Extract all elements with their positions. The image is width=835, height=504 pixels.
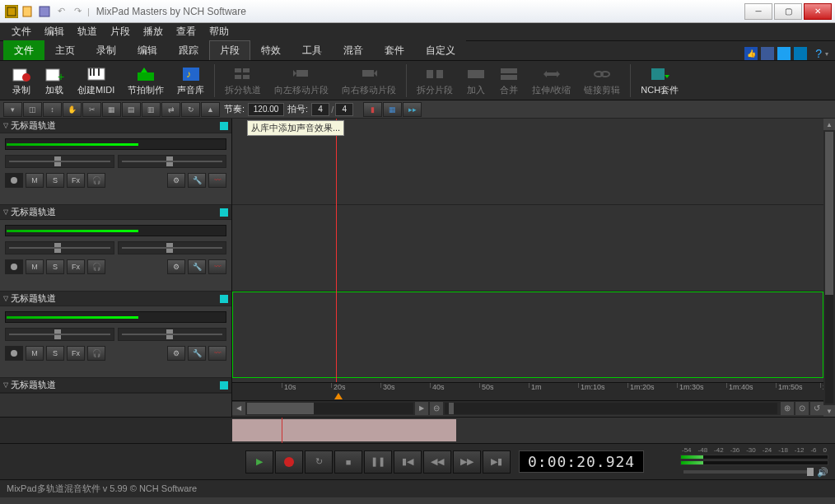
fx-button[interactable]: Fx bbox=[67, 259, 85, 274]
redo-icon[interactable]: ↷ bbox=[71, 5, 84, 18]
track-header[interactable]: ▽无标题轨道 bbox=[0, 378, 231, 393]
track-color-icon[interactable] bbox=[220, 208, 228, 217]
pan-slider[interactable] bbox=[118, 155, 227, 168]
ribbon-split-track[interactable]: 拆分轨道 bbox=[218, 62, 268, 100]
stop-button[interactable]: ■ bbox=[334, 450, 362, 474]
like-icon[interactable]: 👍 bbox=[744, 47, 758, 60]
speaker-icon[interactable]: 🔊 bbox=[817, 467, 828, 478]
scroll-down-icon[interactable]: ▼ bbox=[823, 405, 835, 417]
tab-home[interactable]: 主页 bbox=[44, 40, 86, 60]
ribbon-join[interactable]: 加入 bbox=[459, 62, 492, 100]
help-dropdown-icon[interactable]: ▾ bbox=[825, 50, 828, 58]
ribbon-load[interactable]: +加载 bbox=[38, 62, 71, 100]
solo-button[interactable]: S bbox=[46, 346, 64, 361]
monitor-button[interactable]: 🎧 bbox=[87, 259, 105, 274]
tab-suite[interactable]: 套件 bbox=[374, 40, 415, 60]
tab-clip[interactable]: 片段 bbox=[209, 40, 250, 60]
tool-snap[interactable]: ◫ bbox=[23, 102, 42, 117]
menu-play[interactable]: 播放 bbox=[137, 25, 170, 39]
pan-slider[interactable] bbox=[118, 241, 227, 254]
clip-lane-3[interactable] bbox=[232, 292, 823, 378]
menu-view[interactable]: 查看 bbox=[170, 25, 203, 39]
zoom-reset-icon[interactable]: ↺ bbox=[810, 402, 823, 415]
ribbon-soundlib[interactable]: ♪声音库 bbox=[170, 62, 211, 100]
tab-effects[interactable]: 特效 bbox=[250, 40, 292, 60]
playhead[interactable] bbox=[336, 119, 337, 382]
settings-button[interactable]: 🔧 bbox=[188, 346, 206, 361]
scroll-thumb[interactable] bbox=[247, 403, 314, 414]
tool-grid3[interactable]: ▥ bbox=[142, 102, 161, 117]
arm-button[interactable] bbox=[5, 173, 23, 188]
tab-custom[interactable]: 自定义 bbox=[415, 40, 466, 60]
clip-lane-2[interactable] bbox=[232, 205, 823, 292]
monitor-button[interactable]: 🎧 bbox=[87, 173, 105, 188]
automation-button[interactable]: ⚙ bbox=[167, 173, 185, 188]
ribbon-link[interactable]: 链接剪辑 bbox=[577, 62, 627, 100]
vertical-scroll[interactable]: ▲ ▼ bbox=[823, 119, 835, 417]
tool-cursor[interactable]: ↕ bbox=[43, 102, 62, 117]
menu-clip[interactable]: 片段 bbox=[104, 25, 137, 39]
menu-help[interactable]: 帮助 bbox=[203, 25, 236, 39]
maximize-button[interactable]: ▢ bbox=[774, 3, 802, 20]
time-ruler[interactable]: 10s 20s 30s 40s 50s 1m 1m:10s 1m:20s 1m:… bbox=[232, 382, 823, 400]
volume-slider[interactable] bbox=[5, 155, 114, 168]
rewind-button[interactable]: ◀◀ bbox=[423, 450, 451, 474]
ribbon-move-left[interactable]: 向左移动片段 bbox=[268, 62, 335, 100]
undo-icon[interactable]: ↶ bbox=[54, 5, 68, 18]
wave-button[interactable]: 〰 bbox=[208, 173, 226, 188]
zoom-out-icon[interactable]: ⊖ bbox=[430, 402, 443, 415]
new-icon[interactable] bbox=[21, 5, 35, 18]
scroll-right-icon[interactable]: ▶ bbox=[415, 402, 428, 415]
fx-button[interactable]: Fx bbox=[67, 346, 85, 361]
menu-edit[interactable]: 编辑 bbox=[38, 25, 71, 39]
forward-button[interactable]: ▶▶ bbox=[453, 450, 481, 474]
automation-button[interactable]: ⚙ bbox=[167, 259, 185, 274]
sig-den-input[interactable] bbox=[335, 103, 353, 116]
play-button[interactable]: ▶ bbox=[245, 450, 273, 474]
ribbon-split-clip[interactable]: 拆分片段 bbox=[410, 62, 459, 100]
collapse-icon[interactable]: ▽ bbox=[3, 381, 8, 389]
view-mode2[interactable]: ▸▸ bbox=[403, 102, 422, 117]
menu-file[interactable]: 文件 bbox=[5, 25, 38, 39]
pause-button[interactable]: ❚❚ bbox=[364, 450, 392, 474]
view-mode1[interactable]: ▦ bbox=[383, 102, 402, 117]
twitter-icon[interactable] bbox=[777, 47, 791, 60]
zoom-in-icon[interactable]: ⊕ bbox=[781, 402, 794, 415]
scroll-left-icon[interactable]: ◀ bbox=[232, 402, 245, 415]
tempo-input[interactable] bbox=[248, 103, 284, 116]
volume-slider[interactable] bbox=[5, 241, 114, 254]
loop-button[interactable]: ↻ bbox=[305, 450, 333, 474]
collapse-icon[interactable]: ▽ bbox=[3, 122, 8, 129]
tool-grid1[interactable]: ▦ bbox=[102, 102, 121, 117]
tool-metro[interactable]: ▲ bbox=[201, 102, 220, 117]
mute-button[interactable]: M bbox=[26, 259, 44, 274]
view-marker[interactable]: ▮ bbox=[363, 102, 382, 117]
timecode-display[interactable]: 0:00:20.924 bbox=[519, 450, 644, 473]
pan-slider[interactable] bbox=[118, 328, 227, 341]
save-icon[interactable] bbox=[38, 5, 51, 18]
track-header[interactable]: ▽无标题轨道 bbox=[0, 119, 231, 133]
solo-button[interactable]: S bbox=[46, 259, 64, 274]
fx-button[interactable]: Fx bbox=[67, 173, 85, 188]
linkedin-icon[interactable] bbox=[794, 47, 807, 60]
ribbon-move-right[interactable]: 向右移动片段 bbox=[335, 62, 403, 100]
close-button[interactable]: ✕ bbox=[804, 3, 832, 20]
monitor-button[interactable]: 🎧 bbox=[87, 346, 105, 361]
record-button[interactable] bbox=[275, 450, 303, 474]
tab-tools[interactable]: 工具 bbox=[292, 40, 333, 60]
track-header[interactable]: ▽无标题轨道 bbox=[0, 292, 231, 306]
master-volume-slider[interactable] bbox=[683, 470, 814, 474]
tool-cut[interactable]: ✂ bbox=[82, 102, 101, 117]
tool-link[interactable]: ⇄ bbox=[161, 102, 180, 117]
ribbon-record[interactable]: 录制 bbox=[5, 62, 38, 100]
tool-pointer[interactable]: ▾ bbox=[3, 102, 22, 117]
collapse-icon[interactable]: ▽ bbox=[3, 295, 8, 302]
tab-file[interactable]: 文件 bbox=[3, 40, 44, 60]
mute-button[interactable]: M bbox=[26, 173, 44, 188]
tool-grid2[interactable]: ▤ bbox=[122, 102, 141, 117]
collapse-icon[interactable]: ▽ bbox=[3, 208, 8, 216]
tab-mix[interactable]: 混音 bbox=[333, 40, 374, 60]
ribbon-merge[interactable]: 合并 bbox=[492, 62, 525, 100]
vscroll-thumb[interactable] bbox=[825, 132, 833, 295]
master-waveform[interactable] bbox=[232, 417, 835, 443]
